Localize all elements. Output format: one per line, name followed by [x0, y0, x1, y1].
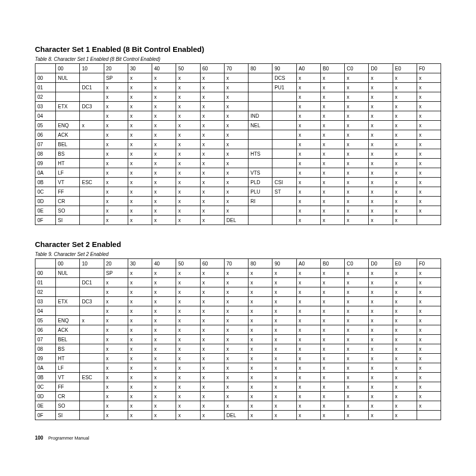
cell: x	[128, 382, 152, 392]
cell: x	[320, 297, 344, 306]
cell: x	[393, 306, 417, 316]
row-header: 0F	[35, 411, 56, 420]
cell: x	[393, 373, 417, 382]
col-header: 90	[272, 259, 296, 268]
cell: x	[176, 206, 200, 216]
cell: x	[200, 401, 224, 411]
cell: x	[369, 325, 393, 335]
cell: x	[320, 159, 344, 168]
cell: x	[320, 102, 344, 111]
cell: x	[104, 278, 128, 287]
cell: x	[272, 287, 296, 297]
cell: x	[296, 268, 320, 278]
cell: x	[224, 344, 248, 354]
cell: x	[417, 335, 441, 344]
cell	[248, 216, 272, 225]
cell	[80, 73, 104, 83]
cell: x	[224, 159, 248, 168]
col-header: D0	[369, 64, 393, 73]
cell: x	[393, 344, 417, 354]
cell: HT	[56, 354, 80, 363]
cell: x	[248, 325, 272, 335]
cell: x	[176, 363, 200, 373]
cell: FF	[56, 382, 80, 392]
cell: x	[272, 316, 296, 325]
table-row: 0BVTESCxxxxxxPLDCSIxxxxxx	[35, 178, 441, 187]
cell: x	[345, 278, 369, 287]
cell: x	[296, 278, 320, 287]
cell: x	[320, 354, 344, 363]
cell: x	[393, 111, 417, 121]
cell: x	[369, 206, 393, 216]
cell: x	[104, 344, 128, 354]
cell: x	[128, 335, 152, 344]
cell: x	[128, 187, 152, 197]
cell: x	[152, 287, 176, 297]
cell: x	[152, 168, 176, 178]
cell: x	[248, 382, 272, 392]
cell: x	[296, 83, 320, 92]
cell: x	[248, 316, 272, 325]
cell: x	[152, 335, 176, 344]
cell: x	[320, 206, 344, 216]
cell: x	[417, 102, 441, 111]
cell: x	[152, 411, 176, 420]
col-header: 30	[128, 64, 152, 73]
cell: x	[104, 149, 128, 159]
cell: x	[224, 83, 248, 92]
cell: x	[104, 411, 128, 420]
table-row: 0CFFxxxxxxxxxxxxxx	[35, 382, 441, 392]
cell: x	[176, 268, 200, 278]
cell: x	[272, 382, 296, 392]
cell: x	[296, 382, 320, 392]
cell: x	[272, 344, 296, 354]
row-header: 04	[35, 306, 56, 316]
cell: x	[320, 287, 344, 297]
cell: ACK	[56, 130, 80, 140]
cell: x	[200, 411, 224, 420]
cell: x	[272, 354, 296, 363]
cell: x	[417, 159, 441, 168]
cell: x	[176, 392, 200, 401]
cell: x	[296, 159, 320, 168]
cell: x	[128, 168, 152, 178]
table-row: 03ETXDC3xxxxxxxxxxxxxx	[35, 297, 441, 306]
row-header: 0D	[35, 197, 56, 206]
cell: x	[128, 268, 152, 278]
cell: DEL	[224, 411, 248, 420]
cell: x	[320, 111, 344, 121]
cell: x	[176, 316, 200, 325]
cell	[272, 216, 296, 225]
col-header: 50	[176, 64, 200, 73]
cell: x	[248, 268, 272, 278]
cell: x	[417, 278, 441, 287]
cell: x	[272, 335, 296, 344]
cell: x	[369, 363, 393, 373]
cell: x	[393, 325, 417, 335]
char-table-2: 00102030405060708090A0B0C0D0E0F000NULSPx…	[35, 258, 441, 420]
cell: x	[128, 325, 152, 335]
cell: x	[369, 102, 393, 111]
table-row: 09HTxxxxxxxxxxxxxx	[35, 354, 441, 363]
cell: x	[152, 140, 176, 149]
cell: x	[176, 325, 200, 335]
row-header: 0C	[35, 187, 56, 197]
cell: x	[104, 178, 128, 187]
cell: x	[369, 149, 393, 159]
table-row: 0BVTESCxxxxxxxxxxxxxx	[35, 373, 441, 382]
col-header: 60	[200, 259, 224, 268]
table-row: 0FSIxxxxxDELxxxxx	[35, 216, 441, 225]
cell: x	[369, 316, 393, 325]
table-row: 01DC1xxxxxxPU1xxxxxx	[35, 83, 441, 92]
cell	[272, 159, 296, 168]
cell: ST	[272, 187, 296, 197]
cell: x	[152, 178, 176, 187]
cell: x	[128, 411, 152, 420]
cell: x	[128, 392, 152, 401]
cell: x	[417, 206, 441, 216]
cell: x	[296, 354, 320, 363]
col-header: 70	[224, 64, 248, 73]
cell: x	[152, 149, 176, 159]
cell: x	[104, 197, 128, 206]
cell: x	[200, 92, 224, 102]
